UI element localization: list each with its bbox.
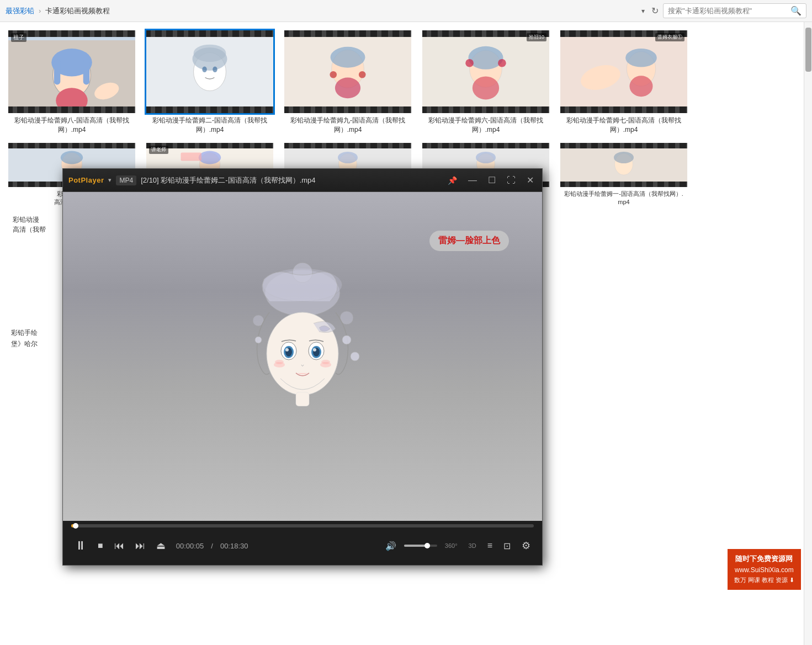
watermark-line3: 数万 网课 教程 资源 ⬇ — [734, 575, 794, 585]
player-titlebar: PotPlayer ▾ MP4 [2/10] 彩铅动漫手绘蕾姆二-国语高清（我帮… — [63, 169, 542, 192]
scrollbar[interactable] — [804, 22, 812, 645]
svg-point-25 — [469, 46, 503, 70]
svg-rect-70 — [296, 392, 309, 406]
scrollbar-thumb[interactable] — [805, 28, 811, 72]
thumbnail-1[interactable]: 祖子 — [8, 30, 135, 113]
controls-right-group: 🔊 360° 3D ≡ ⊡ ⚙ — [382, 538, 534, 553]
refresh-button[interactable]: ↻ — [651, 6, 659, 16]
player-video-area: 雷姆—脸部上色 — [63, 192, 542, 521]
progress-indicator — [73, 523, 78, 529]
thumbnail-3[interactable] — [284, 30, 411, 113]
record-button[interactable]: ⊡ — [500, 539, 514, 553]
search-input[interactable] — [668, 7, 787, 15]
thumbnail-4[interactable]: 拾旧10 — [422, 30, 549, 113]
thumbnail-2[interactable] — [146, 30, 273, 113]
breadcrumb-separator: › — [39, 7, 41, 15]
svg-point-28 — [473, 76, 499, 99]
settings-button[interactable]: ⚙ — [518, 538, 534, 553]
svg-point-14 — [213, 67, 217, 73]
total-time: 00:18:30 — [220, 542, 248, 550]
play-pause-button[interactable]: ⏸ — [71, 537, 90, 555]
file-item-10[interactable]: 彩铅动漫手绘蕾姆一-国语高清（我帮找网）.mp4 — [560, 143, 687, 207]
svg-point-12 — [194, 45, 226, 62]
watermark-line1: 随时下免费资源网 — [734, 553, 794, 565]
threed-button[interactable]: 3D — [465, 541, 480, 551]
file-item-3[interactable]: 彩铅动漫手绘蕾姆九-国语高清（我帮找网）.mp4 — [284, 30, 411, 135]
file-label-3: 彩铅动漫手绘蕾姆九-国语高清（我帮找网）.mp4 — [287, 116, 408, 135]
player-dropdown-arrow[interactable]: ▾ — [108, 177, 112, 184]
thumb-label-5: 蕾姆衣服① — [655, 33, 684, 41]
volume-fill — [404, 545, 427, 547]
next-button[interactable]: ⏭ — [132, 539, 148, 553]
watermark-line2: www.SuiShiXia.com — [734, 565, 794, 575]
svg-point-17 — [331, 47, 365, 68]
anime-drawing — [214, 252, 391, 461]
svg-point-67 — [313, 348, 316, 351]
player-format-badge: MP4 — [116, 175, 136, 185]
prev-button[interactable]: ⏮ — [111, 539, 128, 553]
svg-point-40 — [61, 151, 83, 164]
progress-bar[interactable] — [71, 524, 534, 527]
svg-point-50 — [476, 152, 496, 163]
svg-rect-5 — [54, 60, 61, 85]
player-restore-button[interactable]: ☐ — [485, 175, 498, 186]
thumbnail-10[interactable] — [560, 143, 687, 187]
file-label-2: 彩铅动漫手绘蕾姆二-国语高清（我帮找网）.mp4 — [149, 116, 270, 135]
thumb-label-4: 拾旧10 — [527, 33, 546, 41]
svg-point-71 — [342, 335, 351, 344]
svg-point-21 — [359, 71, 366, 78]
time-separator: / — [211, 542, 213, 550]
player-window: PotPlayer ▾ MP4 [2/10] 彩铅动漫手绘蕾姆二-国语高清（我帮… — [62, 168, 543, 566]
search-icon[interactable]: 🔍 — [790, 6, 802, 16]
svg-rect-6 — [83, 60, 90, 85]
breadcrumb-root[interactable]: 最强彩铅 — [6, 6, 34, 16]
svg-point-73 — [255, 337, 262, 343]
dropdown-arrow[interactable]: ▾ — [641, 7, 645, 15]
svg-point-13 — [202, 67, 206, 73]
svg-rect-44 — [181, 152, 202, 161]
subtitle-button[interactable]: ≡ — [484, 539, 496, 552]
file-item-1[interactable]: 祖子 彩铅动漫手绘蕾姆八-国语高清（我帮找网）.mp4 — [8, 30, 135, 135]
svg-point-37 — [630, 76, 653, 97]
player-window-controls: 📌 — ☐ ⛶ ✕ — [445, 175, 537, 186]
thumbnail-grid-row1: 祖子 彩铅动漫手绘蕾姆八-国语高清（我帮找网）.mp4 — [8, 30, 804, 135]
annotation-bubble: 雷姆—脸部上色 — [429, 231, 509, 251]
svg-point-22 — [335, 78, 360, 99]
watermark: 随时下免费资源网 www.SuiShiXia.com 数万 网课 教程 资源 ⬇ — [728, 549, 801, 590]
svg-point-63 — [285, 348, 289, 351]
player-minimize-button[interactable]: — — [465, 175, 480, 186]
svg-point-53 — [614, 152, 634, 163]
thumbnail-5[interactable]: 蕾姆衣服① — [560, 30, 687, 113]
file-item-5[interactable]: 蕾姆衣服① 彩铅动漫手绘蕾姆七-国语高清（我帮找网）.mp4 — [560, 30, 687, 135]
stop-button[interactable]: ■ — [94, 539, 107, 552]
player-fullscreen-button[interactable]: ⛶ — [504, 175, 518, 186]
file-label-1: 彩铅动漫手绘蕾姆八-国语高清（我帮找网）.mp4 — [11, 116, 132, 135]
player-close-button[interactable]: ✕ — [524, 175, 537, 186]
top-bar: 最强彩铅 › 卡通彩铅画视频教程 ▾ ↻ 🔍 — [0, 0, 812, 22]
svg-point-20 — [330, 71, 337, 78]
volume-bar[interactable] — [404, 545, 437, 547]
drawing-canvas: 雷姆—脸部上色 — [63, 192, 542, 521]
current-time: 00:00:05 — [176, 542, 204, 550]
volume-indicator — [424, 543, 430, 548]
svg-point-75 — [321, 360, 330, 364]
file-item-4[interactable]: 拾旧10 彩铅动漫手绘蕾姆六-国语高清（我帮找网）.mp4 — [422, 30, 549, 135]
player-logo: PotPlayer — [68, 176, 104, 184]
player-pin-button[interactable]: 📌 — [445, 175, 460, 185]
file-label-4: 彩铅动漫手绘蕾姆六-国语高清（我帮找网）.mp4 — [425, 116, 546, 135]
eject-button[interactable]: ⏏ — [153, 538, 169, 553]
svg-point-43 — [199, 151, 221, 164]
svg-point-47 — [338, 152, 358, 163]
breadcrumb-current: 卡通彩铅画视频教程 — [45, 6, 110, 16]
svg-point-72 — [351, 352, 359, 361]
svg-point-34 — [625, 49, 657, 67]
volume-button[interactable]: 🔊 — [382, 539, 400, 553]
svg-point-74 — [275, 360, 284, 364]
file-label-5: 彩铅动漫手绘蕾姆七-国语高清（我帮找网）.mp4 — [563, 116, 684, 135]
file-item-2[interactable]: 彩铅动漫手绘蕾姆二-国语高清（我帮找网）.mp4 — [146, 30, 273, 135]
thumb-label-7: 讲老师 — [149, 146, 168, 154]
speed-360-button[interactable]: 360° — [442, 541, 461, 551]
search-bar: 🔍 — [663, 3, 806, 18]
controls-row: ⏸ ■ ⏮ ⏭ ⏏ 00:00:05 / 00:18:30 🔊 360° 3D … — [71, 530, 534, 562]
player-controls-bar: ⏸ ■ ⏮ ⏭ ⏏ 00:00:05 / 00:18:30 🔊 360° 3D … — [63, 521, 542, 565]
